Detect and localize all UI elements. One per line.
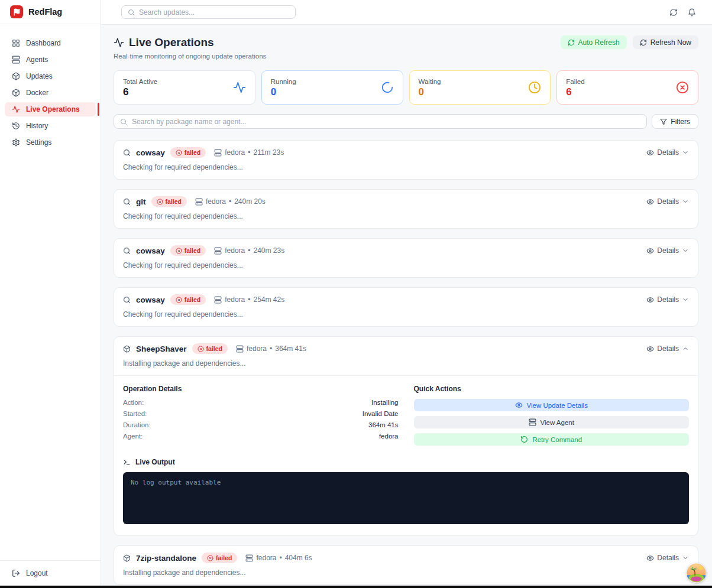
duration: 364m 41s bbox=[275, 345, 306, 353]
activity-icon bbox=[114, 37, 124, 48]
details-toggle[interactable]: Details bbox=[646, 148, 689, 157]
duration: 404m 6s bbox=[285, 554, 312, 562]
sidebar-item-updates[interactable]: Updates bbox=[5, 69, 96, 83]
operation-status-message: Checking for required dependencies... bbox=[123, 261, 689, 269]
history-clock-icon bbox=[12, 122, 20, 130]
terminal-empty-text: No log output available bbox=[131, 479, 221, 486]
view-agent-button[interactable]: View Agent bbox=[414, 416, 690, 428]
sidebar-item-label: Updates bbox=[26, 72, 53, 80]
package-name: 7zip-standalone bbox=[136, 554, 196, 563]
package-search[interactable] bbox=[114, 114, 647, 129]
duration: 240m 23s bbox=[253, 246, 284, 255]
sidebar-item-settings[interactable]: Settings bbox=[5, 135, 96, 150]
stats-row: Total Active 6 Running 0 Waiting 0 Faile… bbox=[114, 70, 698, 105]
package-search-input[interactable] bbox=[132, 118, 640, 126]
stat-card-total-active: Total Active 6 bbox=[114, 70, 255, 105]
brand-name: RedFlag bbox=[28, 7, 62, 17]
operation-meta: fedora•240m 20s bbox=[195, 197, 266, 206]
stat-value: 0 bbox=[271, 87, 296, 97]
stat-label: Waiting bbox=[419, 78, 441, 85]
detail-row-duration: Duration: 364m 41s bbox=[123, 421, 399, 428]
package-icon bbox=[123, 345, 131, 353]
operation-status-message: Checking for required dependencies... bbox=[123, 310, 689, 319]
auto-refresh-icon bbox=[568, 39, 575, 46]
activity-icon bbox=[12, 105, 20, 113]
main-content: Live Operations Auto Refresh Refresh Now… bbox=[101, 25, 712, 588]
agent-name: fedora bbox=[225, 148, 245, 157]
funnel-icon bbox=[660, 118, 667, 125]
search-icon bbox=[128, 9, 135, 16]
island-widget-button[interactable] bbox=[687, 563, 706, 583]
live-output-terminal[interactable]: No log output available bbox=[123, 472, 689, 524]
search-icon bbox=[123, 149, 131, 157]
page-subtitle: Real-time monitoring of ongoing update o… bbox=[114, 53, 698, 60]
bell-icon[interactable] bbox=[688, 8, 696, 17]
details-toggle[interactable]: Details bbox=[646, 197, 689, 206]
package-icon bbox=[123, 554, 131, 562]
eye-icon bbox=[646, 296, 654, 304]
stat-label: Total Active bbox=[123, 78, 157, 85]
sidebar-item-label: Settings bbox=[26, 138, 51, 147]
operation-meta: fedora•254m 42s bbox=[214, 295, 284, 304]
package-name: cowsay bbox=[136, 148, 165, 157]
eye-icon bbox=[646, 554, 654, 562]
operation-meta: fedora•404m 6s bbox=[245, 554, 312, 562]
package-name: git bbox=[136, 197, 146, 206]
details-toggle[interactable]: Details bbox=[646, 295, 689, 304]
eye-icon bbox=[646, 345, 654, 353]
details-toggle[interactable]: Details bbox=[646, 246, 689, 255]
filters-button[interactable]: Filters bbox=[652, 114, 698, 129]
stat-card-failed: Failed 6 bbox=[556, 70, 698, 105]
refresh-now-icon bbox=[640, 39, 647, 46]
eye-icon bbox=[646, 247, 654, 255]
auto-refresh-button[interactable]: Auto Refresh bbox=[561, 35, 627, 49]
operation-details-heading: Operation Details bbox=[123, 385, 399, 393]
sidebar-item-history[interactable]: History bbox=[5, 119, 96, 133]
sidebar-header: RedFlag bbox=[0, 0, 101, 24]
sidebar-item-live-operations[interactable]: Live Operations bbox=[5, 102, 96, 116]
stat-card-running: Running 0 bbox=[261, 70, 403, 105]
operation-expanded-panel: Operation Details Action: Installing Sta… bbox=[114, 375, 698, 535]
global-search-input[interactable] bbox=[139, 8, 289, 17]
server-icon bbox=[12, 56, 20, 64]
chevron-down-icon bbox=[682, 247, 689, 254]
status-badge: failed bbox=[170, 147, 206, 158]
operation-meta: fedora•211m 23s bbox=[214, 148, 284, 157]
package-name: cowsay bbox=[136, 246, 165, 255]
sidebar-item-agents[interactable]: Agents bbox=[5, 53, 96, 67]
sidebar-item-label: History bbox=[26, 122, 48, 130]
logout-button[interactable]: Logout bbox=[0, 560, 101, 588]
sidebar-item-dashboard[interactable]: Dashboard bbox=[5, 36, 96, 50]
detail-row-agent: Agent: fedora bbox=[123, 433, 399, 440]
redflag-logo-icon bbox=[10, 5, 23, 18]
operation-meta: fedora•364m 41s bbox=[236, 345, 306, 353]
stat-card-waiting: Waiting 0 bbox=[409, 70, 551, 105]
sidebar-item-docker[interactable]: Docker bbox=[5, 86, 96, 100]
status-badge: failed bbox=[170, 245, 206, 256]
gear-icon bbox=[12, 138, 20, 147]
search-icon bbox=[123, 198, 131, 206]
filter-row: Filters bbox=[114, 114, 698, 129]
package-name: SheepShaver bbox=[136, 345, 187, 353]
duration: 211m 23s bbox=[253, 148, 284, 157]
details-toggle[interactable]: Details bbox=[646, 554, 689, 562]
bottom-edge-bar bbox=[0, 586, 712, 588]
quick-actions-section: Quick Actions View Update Details View A… bbox=[414, 385, 690, 450]
operation-card: cowsay failed fedora•254m 42s Details Ch… bbox=[114, 287, 698, 327]
detail-row-started: Started: Invalid Date bbox=[123, 410, 399, 417]
global-search[interactable] bbox=[121, 5, 296, 19]
refresh-icon[interactable] bbox=[669, 8, 678, 17]
stat-value: 6 bbox=[123, 87, 157, 97]
agent-name: fedora bbox=[225, 295, 245, 304]
view-update-details-button[interactable]: View Update Details bbox=[414, 399, 690, 411]
status-badge: failed bbox=[192, 343, 228, 354]
logout-icon bbox=[12, 569, 20, 577]
retry-command-button[interactable]: Retry Command bbox=[414, 433, 690, 446]
status-badge: failed bbox=[151, 196, 187, 207]
spinner-icon bbox=[381, 81, 394, 94]
agent-name: fedora bbox=[247, 345, 267, 353]
server-icon bbox=[195, 198, 203, 206]
details-toggle[interactable]: Details bbox=[646, 345, 689, 353]
refresh-now-button[interactable]: Refresh Now bbox=[633, 35, 698, 49]
stat-value: 0 bbox=[419, 87, 441, 97]
